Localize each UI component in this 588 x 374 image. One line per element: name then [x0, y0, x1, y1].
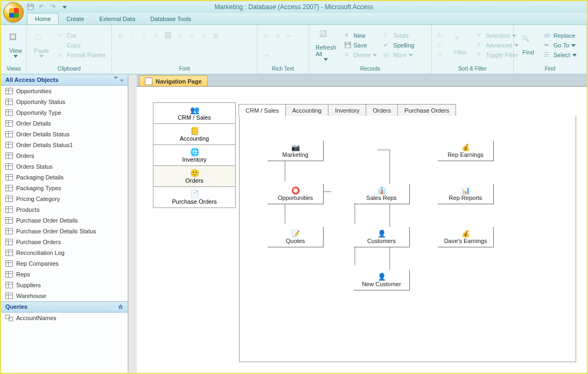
nav-item[interactable]: Purchase Order Details: [1, 215, 128, 226]
nav-item[interactable]: Purchase Orders: [1, 237, 128, 247]
redo-icon[interactable]: ↷: [51, 3, 58, 11]
node-customers[interactable]: 👤Customers: [354, 227, 410, 247]
sort-desc-button[interactable]: Z↓: [435, 41, 447, 50]
nav-item[interactable]: Orders: [1, 150, 128, 161]
subtab[interactable]: CRM / Sales: [239, 104, 286, 117]
ribbon-tabs: Home Create External Data Database Tools: [1, 13, 587, 25]
toggle-filter-button[interactable]: ⧩Toggle Filter: [474, 51, 521, 59]
node-rep-earnings[interactable]: 💰Rep Earnings: [438, 141, 494, 161]
navform-button[interactable]: 🙂Orders: [153, 165, 236, 187]
node-marketing[interactable]: 📷Marketing: [268, 141, 324, 161]
nav-item[interactable]: Opportunity Status: [1, 96, 128, 107]
node-new-customer[interactable]: 👤New Customer: [354, 270, 410, 290]
cut-button[interactable]: ✂Cut: [55, 31, 108, 40]
format-painter-button[interactable]: 🖌Format Painter: [55, 51, 108, 59]
navform-button[interactable]: 🌐Inventory: [153, 144, 236, 166]
nav-item[interactable]: Rep Companies: [1, 258, 128, 269]
tab-external-data[interactable]: External Data: [92, 13, 143, 24]
node-daves-earnings[interactable]: 💰Dave's Earnings: [438, 227, 494, 247]
tab-home[interactable]: Home: [27, 13, 59, 24]
collapse-icon[interactable]: «: [120, 77, 123, 83]
subtab[interactable]: Inventory: [328, 104, 366, 117]
highlight-button[interactable]: 🅰: [163, 30, 173, 41]
bold-button[interactable]: B: [115, 30, 126, 41]
chevron-down-icon[interactable]: [114, 77, 118, 79]
save-icon[interactable]: 💾: [27, 3, 34, 11]
align-right-button[interactable]: ≡: [198, 30, 209, 41]
align-center-button[interactable]: ≡: [186, 30, 197, 41]
selection-button[interactable]: ⧩Selection: [474, 31, 521, 40]
spelling-button[interactable]: ✔Spelling: [381, 41, 416, 50]
nav-item[interactable]: AccountNames: [1, 313, 128, 323]
clear-sort-button[interactable]: ⊘: [435, 51, 447, 59]
qat-dropdown-icon[interactable]: [62, 6, 67, 9]
view-button[interactable]: 🔲View: [4, 31, 27, 60]
nav-item[interactable]: Reps: [1, 269, 128, 280]
table-icon: [5, 131, 13, 137]
nav-item[interactable]: Pricing Category: [1, 193, 128, 204]
bullets-button[interactable]: ≣: [261, 30, 271, 41]
nav-item[interactable]: Products: [1, 204, 128, 215]
font-name-combo[interactable]: [115, 50, 169, 61]
query-icon: [5, 315, 13, 321]
underline-button[interactable]: U: [139, 30, 150, 41]
table-icon: [5, 174, 13, 181]
font-color-button[interactable]: A: [151, 30, 162, 41]
paste-button[interactable]: 📋Paste: [30, 31, 53, 60]
nav-item[interactable]: Order Details Status: [1, 129, 128, 140]
italic-button[interactable]: I: [127, 30, 138, 41]
nav-item[interactable]: Orders Status: [1, 161, 128, 172]
save-record-button[interactable]: 💾Save: [342, 41, 380, 50]
nav-pane-header[interactable]: All Access Objects «: [1, 74, 128, 86]
delete-record-button[interactable]: ✖Delete: [342, 51, 380, 59]
replace-button[interactable]: abReplace: [542, 31, 579, 40]
table-icon: [5, 271, 13, 278]
nav-item[interactable]: Suppliers: [1, 280, 128, 290]
filter-button[interactable]: ⧩Filter: [449, 33, 472, 58]
document-tab[interactable]: Navigation Page: [139, 75, 208, 87]
nav-scrollbar[interactable]: [128, 74, 137, 373]
node-quotes[interactable]: 📝Quotes: [268, 227, 324, 247]
nav-item[interactable]: Packaging Details: [1, 172, 128, 183]
diagram-panel: 📷Marketing ⭕Opportunities 📝Quotes 👔Sales…: [239, 116, 576, 362]
sort-asc-button[interactable]: A↓: [435, 31, 447, 40]
numbering-button[interactable]: ≣: [272, 30, 283, 41]
tab-database-tools[interactable]: Database Tools: [143, 13, 199, 24]
copy-button[interactable]: 📄Copy: [55, 41, 108, 50]
tab-create[interactable]: Create: [59, 13, 92, 24]
navform-button[interactable]: 👥CRM / Sales: [153, 102, 236, 124]
indent-left-button[interactable]: ⇤: [284, 30, 295, 41]
more-button[interactable]: ▦More: [381, 51, 416, 59]
subtab[interactable]: Accounting: [285, 104, 328, 117]
nav-item[interactable]: Order Details Status1: [1, 140, 128, 150]
indent-right-button[interactable]: ⇥: [261, 50, 271, 61]
node-sales-reps[interactable]: 👔Sales Reps: [354, 184, 410, 204]
nav-item[interactable]: Reconciliation Log: [1, 247, 128, 258]
nav-item[interactable]: Opportunities: [1, 86, 128, 96]
node-rep-reports[interactable]: 📊Rep Reports: [438, 184, 494, 204]
undo-icon[interactable]: ↶: [39, 3, 46, 11]
nav-item[interactable]: Packaging Types: [1, 183, 128, 193]
select-button[interactable]: ☰Select: [542, 51, 579, 59]
refresh-all-button[interactable]: 🔄Refresh All: [312, 28, 340, 63]
table-icon: [5, 99, 13, 105]
subtab[interactable]: Purchase Orders: [397, 104, 456, 117]
nav-item[interactable]: Opportunity Type: [1, 107, 128, 118]
align-left-button[interactable]: ≡: [174, 30, 185, 41]
nav-item[interactable]: Order Details: [1, 118, 128, 129]
node-opportunities[interactable]: ⭕Opportunities: [268, 184, 324, 204]
font-size-combo[interactable]: [170, 50, 192, 61]
goto-button[interactable]: ➡Go To: [542, 41, 579, 50]
office-button[interactable]: [3, 2, 24, 23]
nav-item[interactable]: Warehouse: [1, 290, 128, 301]
nav-item[interactable]: Purchase Order Details Status: [1, 226, 128, 237]
totals-button[interactable]: ΣTotals: [381, 31, 416, 40]
nav-section-queries[interactable]: Queries☆: [1, 301, 128, 313]
ribbon: 🔲View Views 📋Paste ✂Cut 📄Copy 🖌Format Pa…: [1, 25, 587, 74]
new-record-button[interactable]: ✳New: [342, 31, 380, 40]
navform-button[interactable]: 📄Purchase Orders: [153, 186, 236, 208]
gridlines-button[interactable]: ▦: [210, 30, 221, 41]
navform-button[interactable]: 📒Accounting: [153, 123, 236, 145]
advanced-button[interactable]: ⧩Advanced: [474, 41, 521, 50]
subtab[interactable]: Orders: [366, 104, 398, 117]
